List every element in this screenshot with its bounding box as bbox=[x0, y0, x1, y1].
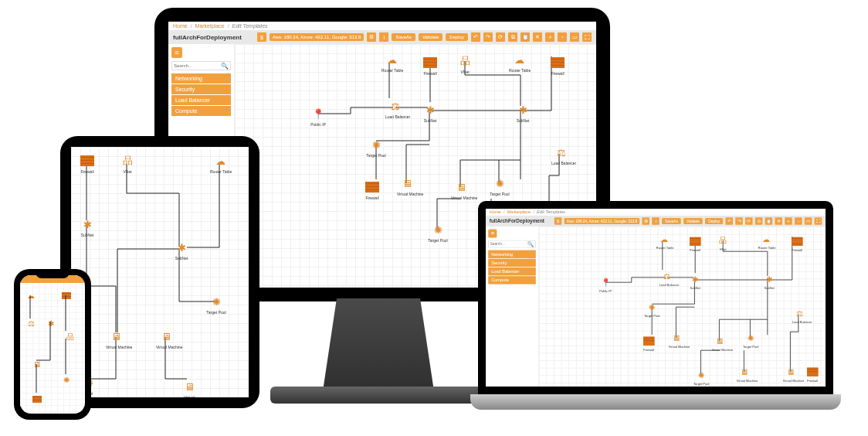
diagram-node[interactable]: ⚖Load Balancer bbox=[659, 270, 676, 287]
zoom-in-icon[interactable]: ＋ bbox=[545, 32, 554, 42]
gear-icon[interactable]: ⚙ bbox=[367, 32, 376, 42]
diagram-node[interactable]: ✺Target Pool bbox=[693, 369, 710, 386]
diagram-node[interactable]: ✱SubNet bbox=[420, 102, 440, 123]
diagram-node[interactable]: ⚖Load Balancer bbox=[385, 98, 405, 119]
zoom-out-icon[interactable]: － bbox=[558, 32, 567, 42]
sidebar-item-security[interactable]: Security bbox=[171, 84, 231, 94]
diagram-node[interactable]: ☁Router Table bbox=[509, 52, 529, 73]
deploy-button[interactable]: Deploy bbox=[446, 33, 468, 41]
costs-icon[interactable]: $ bbox=[554, 217, 562, 225]
diagram-node[interactable]: ✺Target Pool bbox=[428, 222, 448, 243]
diagram-node[interactable]: ☁Router Table bbox=[381, 52, 402, 73]
diagram-canvas[interactable]: ☁Router TableFirewall品VNet☁Router TableF… bbox=[539, 227, 826, 387]
diagram-node[interactable]: 🖥Virtual Machine bbox=[783, 366, 799, 383]
sidebar-item-compute[interactable]: Compute bbox=[171, 106, 231, 116]
gear-icon[interactable]: ⚙ bbox=[643, 217, 650, 225]
breadcrumb-marketplace[interactable]: Marketplace bbox=[195, 23, 225, 29]
search-input[interactable] bbox=[172, 62, 219, 70]
sidebar: ≡ 🔍 Networking Security Load Balancer Co… bbox=[486, 227, 539, 387]
diagram-node[interactable]: ⚖Load Balancer bbox=[792, 307, 809, 324]
save-as-button[interactable]: SaveAs bbox=[392, 33, 415, 41]
sidebar-item-networking[interactable]: Networking bbox=[171, 73, 231, 83]
diagram-node[interactable]: 🖥Virtual Machine bbox=[669, 332, 685, 349]
diagram-node[interactable]: ✱SubNet bbox=[761, 273, 778, 290]
diagram-canvas[interactable]: Firewall品VNet☁Router Table✱SubNet✱SubNet… bbox=[71, 147, 249, 397]
hamburger-icon[interactable]: ≡ bbox=[171, 47, 182, 58]
diagram-node[interactable]: 🖥Virtual Machine bbox=[397, 175, 417, 196]
diagram-node[interactable]: Firewall bbox=[805, 366, 821, 383]
validate-button[interactable]: Validate bbox=[419, 33, 442, 41]
sidebar-item-load-balancer[interactable]: Load Balancer bbox=[488, 267, 536, 275]
paste-icon[interactable]: 📋 bbox=[765, 217, 773, 225]
costs-icon[interactable]: $ bbox=[257, 32, 266, 42]
diagram-node[interactable]: Firewall bbox=[362, 179, 382, 200]
rotate-icon[interactable]: ⟳ bbox=[496, 32, 505, 42]
diagram-node[interactable]: 品VNet bbox=[715, 234, 731, 251]
zoom-out-icon[interactable]: － bbox=[795, 217, 802, 225]
fit-icon[interactable]: ▭ bbox=[570, 32, 579, 42]
diagram-node[interactable]: ☁Router Table bbox=[210, 153, 230, 174]
redo-icon[interactable]: ↷ bbox=[483, 32, 493, 42]
load-balancer-icon: ⚖ bbox=[794, 307, 806, 319]
redo-icon[interactable]: ↷ bbox=[735, 217, 743, 225]
diagram-node[interactable]: 📍Public IP bbox=[598, 276, 614, 293]
copy-icon[interactable]: ⧉ bbox=[508, 32, 517, 42]
search-input[interactable] bbox=[489, 241, 527, 247]
diagram-node[interactable]: Firewall bbox=[77, 153, 97, 174]
delete-icon[interactable]: ✕ bbox=[775, 217, 782, 225]
diagram-node[interactable]: ☁Router Table bbox=[758, 233, 775, 250]
diagram-node[interactable]: Firewall bbox=[687, 235, 704, 252]
fullscreen-icon[interactable]: ⛶ bbox=[815, 217, 822, 225]
diagram-node[interactable]: 📍Public IP bbox=[308, 106, 328, 127]
breadcrumb-marketplace[interactable]: Marketplace bbox=[507, 210, 531, 215]
rotate-icon[interactable]: ⟳ bbox=[745, 217, 753, 225]
paste-icon[interactable]: 📋 bbox=[520, 32, 530, 42]
diagram-node[interactable]: 品VNet bbox=[455, 53, 475, 74]
diagram-node[interactable]: 品VNet bbox=[117, 153, 137, 174]
breadcrumb-home[interactable]: Home bbox=[173, 23, 188, 29]
undo-icon[interactable]: ↶ bbox=[471, 32, 480, 42]
info-icon[interactable]: i bbox=[653, 217, 660, 225]
diagram-node[interactable]: Firewall bbox=[420, 55, 440, 76]
diagram-node[interactable]: 🖥Virtual bbox=[179, 379, 199, 397]
zoom-in-icon[interactable]: ＋ bbox=[785, 217, 792, 225]
diagram-node[interactable]: Firewall bbox=[641, 335, 657, 352]
hamburger-icon[interactable]: ≡ bbox=[488, 229, 497, 237]
search-icon[interactable]: 🔍 bbox=[527, 241, 535, 247]
diagram-node[interactable]: ✱SubNet bbox=[687, 273, 704, 290]
save-as-button[interactable]: SaveAs bbox=[662, 218, 681, 224]
diagram-node[interactable]: 🖥Virtual Machine bbox=[737, 366, 753, 383]
validate-button[interactable]: Validate bbox=[683, 218, 703, 224]
deploy-button[interactable]: Deploy bbox=[705, 218, 723, 224]
diagram-node[interactable]: 🖥Virtual Machine bbox=[451, 179, 471, 200]
diagram-node[interactable]: 🖥Virtual Machine bbox=[156, 329, 176, 349]
diagram-node[interactable]: ✱SubNet bbox=[513, 102, 533, 123]
diagram-node[interactable]: ✺Target Pool bbox=[490, 175, 510, 196]
sidebar-item-networking[interactable]: Networking bbox=[488, 250, 536, 258]
diagram-node[interactable]: ✺Target Pool bbox=[743, 332, 759, 349]
sidebar-item-compute[interactable]: Compute bbox=[488, 276, 536, 284]
diagram-node[interactable]: ☁Router Table bbox=[656, 233, 673, 250]
info-icon[interactable]: i bbox=[379, 32, 388, 42]
diagram-node[interactable]: ✺Target Pool bbox=[366, 137, 386, 158]
sidebar-item-security[interactable]: Security bbox=[488, 259, 536, 267]
fullscreen-icon[interactable]: ⛶ bbox=[582, 32, 592, 42]
sidebar-item-load-balancer[interactable]: Load Balancer bbox=[171, 95, 231, 105]
diagram-node[interactable]: Firewall bbox=[789, 235, 805, 252]
copy-icon[interactable]: ⧉ bbox=[755, 217, 763, 225]
diagram-node[interactable]: Firewall bbox=[548, 55, 568, 76]
undo-icon[interactable]: ↶ bbox=[725, 217, 733, 225]
diagram-node[interactable]: 🖥Virtual Machine bbox=[712, 335, 728, 352]
diagram-canvas[interactable]: ☁ ⚖ ✱ 品 🖥 ✺ bbox=[20, 283, 85, 414]
breadcrumb-home[interactable]: Home bbox=[490, 210, 501, 215]
diagram-node[interactable]: ✱SubNet bbox=[77, 216, 97, 237]
page-title: fullArchForDeployment bbox=[173, 34, 242, 41]
diagram-node[interactable]: ⚖Load Balancer bbox=[551, 145, 571, 165]
diagram-node[interactable]: ✱SubNet bbox=[171, 240, 192, 261]
delete-icon[interactable]: ✕ bbox=[533, 32, 542, 42]
search-icon[interactable]: 🔍 bbox=[219, 62, 230, 70]
diagram-node[interactable]: 🖥Virtual Machine bbox=[106, 329, 126, 349]
diagram-node[interactable]: ✺Target Pool bbox=[206, 294, 226, 315]
diagram-node[interactable]: ✺Target Pool bbox=[644, 301, 660, 318]
fit-icon[interactable]: ▭ bbox=[805, 217, 812, 225]
